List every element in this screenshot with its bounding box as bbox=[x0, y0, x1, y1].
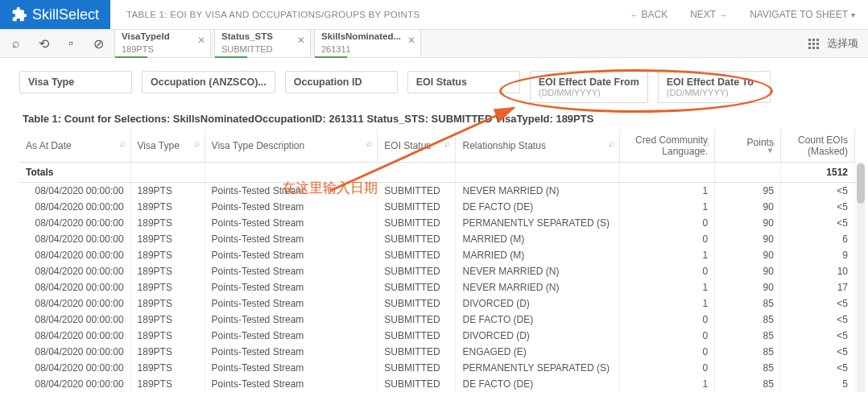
close-icon[interactable]: ✕ bbox=[297, 35, 305, 46]
col-cred[interactable]: Cred Community Language.⌕ bbox=[620, 130, 715, 163]
table-row[interactable]: 08/04/2020 00:00:00189PTSPoints-Tested S… bbox=[19, 295, 855, 312]
table-row[interactable]: 08/04/2020 00:00:00189PTSPoints-Tested S… bbox=[19, 183, 855, 200]
filter-chip-1[interactable]: Status_STSSUBMITTED✕ bbox=[214, 29, 311, 58]
clear-selections-icon[interactable]: ⊘ bbox=[92, 37, 105, 50]
smart-search-icon[interactable]: ⌕ bbox=[10, 37, 23, 50]
puzzle-icon bbox=[11, 6, 27, 23]
col-count[interactable]: Count EOIs (Masked) bbox=[780, 130, 854, 163]
filter-eoi-date-to[interactable]: EOI Effect Date To (DD/MM/YYYY) bbox=[658, 71, 771, 103]
col-desc[interactable]: Visa Type Description⌕ bbox=[205, 130, 378, 163]
arrow-left-icon: ← bbox=[630, 10, 638, 19]
search-icon[interactable]: ⌕ bbox=[704, 138, 709, 149]
filter-eoi-date-from[interactable]: EOI Effect Date From (DD/MM/YYYY) bbox=[530, 71, 648, 103]
close-icon[interactable]: ✕ bbox=[197, 35, 205, 46]
col-points[interactable]: Points⌕▼ bbox=[715, 130, 781, 163]
vertical-scrollbar[interactable] bbox=[857, 162, 865, 392]
filter-occupation-anzsco[interactable]: Occupation (ANZSCO)... bbox=[142, 71, 275, 93]
filter-eoi-status[interactable]: EOI Status bbox=[407, 71, 520, 93]
col-relationship[interactable]: Relationship Status⌕ bbox=[456, 130, 620, 163]
close-icon[interactable]: ✕ bbox=[407, 35, 415, 46]
search-icon[interactable]: ⌕ bbox=[444, 138, 450, 149]
search-icon[interactable]: ⌕ bbox=[194, 138, 200, 149]
navigate-sheet-link[interactable]: NAVIGATE TO SHEET▾ bbox=[750, 9, 855, 20]
back-link[interactable]: ←BACK bbox=[630, 9, 668, 20]
table-row[interactable]: 08/04/2020 00:00:00189PTSPoints-Tested S… bbox=[19, 312, 855, 328]
arrow-right-icon: → bbox=[719, 10, 727, 19]
next-link[interactable]: NEXT→ bbox=[690, 9, 727, 20]
eoi-table: As At Date⌕ Visa Type⌕ Visa Type Descrip… bbox=[19, 130, 855, 392]
filter-chip-0[interactable]: VisaTypeId189PTS✕ bbox=[114, 29, 211, 58]
table-subtitle: Table 1: Count for Selections: SkillsNom… bbox=[0, 106, 868, 130]
table-row[interactable]: 08/04/2020 00:00:00189PTSPoints-Tested S… bbox=[19, 360, 855, 376]
brand-text: SkillSelect bbox=[32, 6, 99, 23]
step-back-icon[interactable]: ⟲ bbox=[37, 37, 50, 50]
filter-chip-2[interactable]: SkillsNominated...261311✕ bbox=[314, 29, 421, 58]
totals-row: Totals1512 bbox=[19, 163, 855, 183]
selections-label[interactable]: 选择项 bbox=[827, 36, 858, 51]
search-icon[interactable]: ⌕ bbox=[366, 138, 372, 149]
table-row[interactable]: 08/04/2020 00:00:00189PTSPoints-Tested S… bbox=[19, 231, 855, 247]
table-row[interactable]: 08/04/2020 00:00:00189PTSPoints-Tested S… bbox=[19, 199, 855, 215]
chevron-down-icon: ▾ bbox=[851, 10, 855, 19]
table-row[interactable]: 08/04/2020 00:00:00189PTSPoints-Tested S… bbox=[19, 279, 855, 295]
bookmark-icon[interactable]: ▫ bbox=[64, 37, 77, 50]
table-row[interactable]: 08/04/2020 00:00:00189PTSPoints-Tested S… bbox=[19, 263, 855, 279]
grid-icon[interactable] bbox=[808, 39, 819, 49]
search-icon[interactable]: ⌕ bbox=[770, 138, 775, 149]
col-asat[interactable]: As At Date⌕ bbox=[19, 130, 130, 163]
filter-occupation-id[interactable]: Occupation ID bbox=[285, 71, 398, 93]
table-row[interactable]: 08/04/2020 00:00:00189PTSPoints-Tested S… bbox=[19, 247, 855, 263]
col-eoistatus[interactable]: EOI Status⌕ bbox=[378, 130, 456, 163]
page-title: TABLE 1: EOI BY VISA AND OCCUPATIONS/GRO… bbox=[126, 10, 420, 19]
search-icon[interactable]: ⌕ bbox=[609, 138, 614, 149]
table-row[interactable]: 08/04/2020 00:00:00189PTSPoints-Tested S… bbox=[19, 344, 855, 360]
search-icon[interactable]: ⌕ bbox=[120, 138, 126, 149]
filter-visa-type[interactable]: Visa Type bbox=[19, 71, 132, 93]
scrollbar-thumb[interactable] bbox=[857, 163, 865, 204]
table-row[interactable]: 08/04/2020 00:00:00189PTSPoints-Tested S… bbox=[19, 328, 855, 344]
brand-logo[interactable]: SkillSelect bbox=[0, 0, 110, 29]
col-visatype[interactable]: Visa Type⌕ bbox=[130, 130, 205, 163]
table-row[interactable]: 08/04/2020 00:00:00189PTSPoints-Tested S… bbox=[19, 215, 855, 231]
table-row[interactable]: 08/04/2020 00:00:00189PTSPoints-Tested S… bbox=[19, 376, 855, 392]
